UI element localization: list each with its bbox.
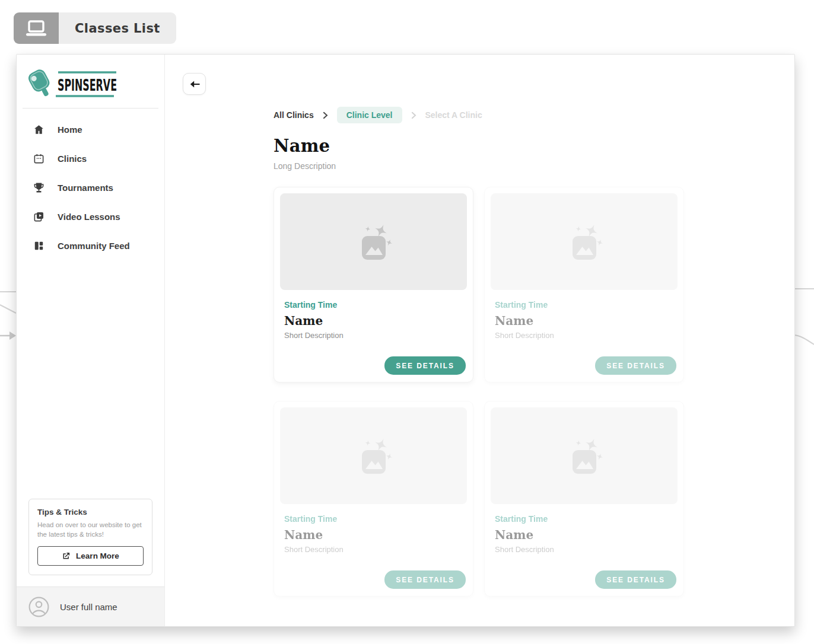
main-content: All Clinics Clinic Level Select A Clinic… <box>165 55 794 626</box>
laptop-icon <box>14 12 59 44</box>
trophy-icon <box>33 182 44 193</box>
sidebar-nav: Home Clinics Tournaments <box>17 109 164 260</box>
card-name: Name <box>495 314 673 328</box>
paddle-icon <box>27 69 55 100</box>
class-card-grid: Starting Time Name Short Description SEE… <box>274 187 684 597</box>
community-feed-icon <box>33 240 44 251</box>
brand-logo: SPINSERVE <box>17 55 164 100</box>
breadcrumb-all-clinics[interactable]: All Clinics <box>274 110 314 120</box>
sidebar-item-label: Clinics <box>58 154 87 164</box>
image-sparkle-icon <box>350 222 398 262</box>
flow-connector-left <box>0 279 17 344</box>
page-tag: Classes List <box>14 12 176 44</box>
sidebar-item-label: Home <box>58 125 82 135</box>
page-title: Name <box>274 136 684 156</box>
card-name: Name <box>284 314 463 328</box>
sidebar-item-video-lessons[interactable]: Video Lessons <box>17 202 164 231</box>
card-starting-time: Starting Time <box>284 300 463 310</box>
card-body: Starting Time Name Short Description <box>491 504 678 554</box>
class-card: Starting Time Name Short Description SEE… <box>484 187 684 382</box>
tips-title: Tips & Tricks <box>37 508 144 517</box>
sidebar-item-tournaments[interactable]: Tournaments <box>17 173 164 202</box>
learn-more-label: Learn More <box>76 551 119 560</box>
image-placeholder <box>280 193 467 290</box>
content-column: All Clinics Clinic Level Select A Clinic… <box>274 107 684 597</box>
card-description: Short Description <box>495 545 673 554</box>
see-details-button[interactable]: SEE DETAILS <box>384 570 466 589</box>
see-details-button[interactable]: SEE DETAILS <box>595 356 676 375</box>
sidebar-item-clinics[interactable]: Clinics <box>17 144 164 173</box>
tips-card: Tips & Tricks Head on over to our websit… <box>28 499 152 575</box>
class-card: Starting Time Name Short Description SEE… <box>274 401 473 597</box>
sidebar-item-community-feed[interactable]: Community Feed <box>17 231 164 260</box>
sidebar-item-label: Tournaments <box>58 183 113 193</box>
breadcrumb: All Clinics Clinic Level Select A Clinic <box>274 107 684 123</box>
learn-more-button[interactable]: Learn More <box>37 546 144 566</box>
class-card: Starting Time Name Short Description SEE… <box>484 401 684 597</box>
home-icon <box>33 124 44 135</box>
arrow-left-icon <box>189 79 201 89</box>
image-placeholder <box>280 407 467 504</box>
image-placeholder <box>491 193 678 290</box>
image-sparkle-icon <box>561 222 608 262</box>
card-body: Starting Time Name Short Description <box>280 504 467 554</box>
avatar-icon <box>28 596 50 618</box>
see-details-button[interactable]: SEE DETAILS <box>384 356 466 375</box>
card-starting-time: Starting Time <box>495 514 673 524</box>
calendar-icon <box>33 153 44 164</box>
app-window: SPINSERVE Home Clinics <box>16 54 795 627</box>
page-tag-label: Classes List <box>59 12 176 44</box>
user-profile[interactable]: User full name <box>17 586 164 626</box>
user-full-name: User full name <box>60 602 117 612</box>
image-sparkle-icon <box>350 436 398 476</box>
back-button[interactable] <box>183 73 206 95</box>
card-starting-time: Starting Time <box>284 514 463 524</box>
sidebar-item-label: Community Feed <box>58 241 130 251</box>
flow-connector-right <box>794 278 814 349</box>
card-name: Name <box>284 528 463 542</box>
card-starting-time: Starting Time <box>495 300 673 310</box>
page-subtitle: Long Description <box>274 161 684 171</box>
card-description: Short Description <box>284 331 463 340</box>
chevron-right-icon <box>411 111 416 119</box>
image-sparkle-icon <box>561 436 608 476</box>
sidebar-item-home[interactable]: Home <box>17 115 164 144</box>
chevron-right-icon <box>323 111 328 119</box>
sidebar-spacer <box>17 260 164 499</box>
video-lessons-icon <box>33 211 44 222</box>
see-details-button[interactable]: SEE DETAILS <box>595 570 676 589</box>
card-description: Short Description <box>284 545 463 554</box>
card-name: Name <box>495 528 673 542</box>
brand-name: SPINSERVE <box>58 76 117 94</box>
sidebar-item-label: Video Lessons <box>58 212 120 222</box>
class-card: Starting Time Name Short Description SEE… <box>274 187 473 382</box>
breadcrumb-clinic-level[interactable]: Clinic Level <box>337 107 402 123</box>
card-description: Short Description <box>495 331 673 340</box>
card-body: Starting Time Name Short Description <box>491 290 678 340</box>
breadcrumb-select-a-clinic: Select A Clinic <box>425 110 482 120</box>
tips-body: Head on over to our website to get the l… <box>37 520 144 539</box>
external-link-icon <box>62 551 71 560</box>
card-body: Starting Time Name Short Description <box>280 290 467 340</box>
sidebar: SPINSERVE Home Clinics <box>17 55 165 626</box>
image-placeholder <box>491 407 678 504</box>
